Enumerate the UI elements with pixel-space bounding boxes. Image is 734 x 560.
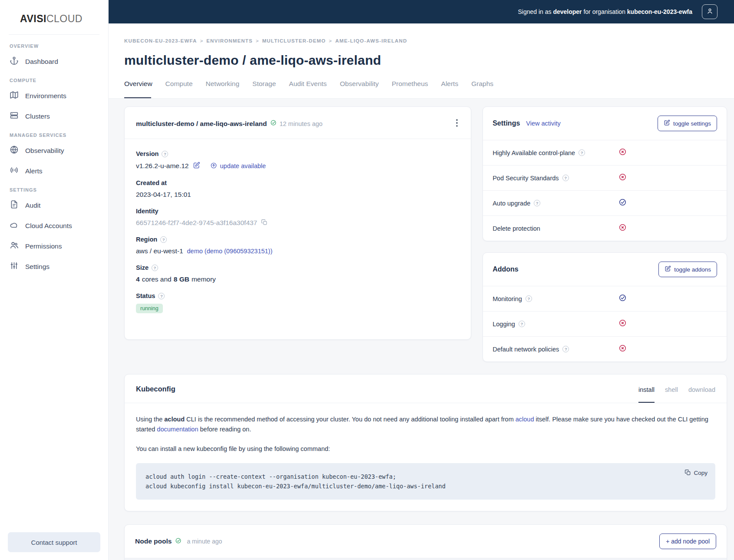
size-memory-value: 8 GB — [174, 275, 189, 283]
toggle-settings-button[interactable]: toggle settings — [658, 116, 717, 131]
size-field: Size ? 4 cores and 8 GB memory — [136, 264, 460, 283]
help-icon[interactable]: ? — [158, 293, 165, 299]
update-available-link[interactable]: update available — [210, 162, 266, 170]
tab-alerts[interactable]: Alerts — [441, 80, 459, 98]
sidebar-item-label: Settings — [25, 263, 50, 271]
addon-label: Monitoring — [493, 295, 522, 302]
copy-identity-button[interactable] — [261, 219, 268, 227]
help-icon[interactable]: ? — [526, 295, 532, 302]
kubeconfig-tab-download[interactable]: download — [688, 386, 715, 403]
documentation-link[interactable]: documentation — [157, 426, 198, 433]
help-icon[interactable]: ? — [534, 200, 540, 206]
region-field: Region ? aws / eu-west-1 demo (demo (096… — [136, 236, 460, 255]
version-label: Version — [136, 150, 159, 157]
sidebar-item-alerts[interactable]: Alerts — [0, 161, 108, 181]
server-stack-icon — [10, 111, 19, 122]
breadcrumb-environment[interactable]: MULTICLUSTER-DEMO — [262, 38, 326, 43]
copy-command-button[interactable]: Copy — [684, 469, 708, 477]
tab-observability[interactable]: Observability — [340, 80, 379, 98]
copy-icon — [261, 219, 268, 227]
settings-card-title: Settings — [493, 119, 520, 127]
breadcrumb-environments[interactable]: ENVIRONMENTS — [206, 38, 252, 43]
tab-graphs[interactable]: Graphs — [471, 80, 493, 98]
tab-audit-events[interactable]: Audit Events — [289, 80, 327, 98]
help-icon[interactable]: ? — [152, 265, 158, 271]
breadcrumb-separator: > — [256, 38, 259, 43]
breadcrumb: KUBECON-EU-2023-EWFA>ENVIRONMENTS>MULTIC… — [124, 38, 725, 43]
page-tabs: Overview Compute Networking Storage Audi… — [124, 80, 725, 98]
setting-label: Pod Security Standards — [493, 175, 559, 182]
sliders-icon — [10, 261, 19, 272]
sidebar-item-label: Environments — [25, 92, 66, 100]
signed-in-middle: for organisation — [583, 8, 625, 15]
kubeconfig-intro-paragraph: Using the acloud CLI is the recommended … — [136, 414, 715, 434]
card-menu-button[interactable] — [453, 117, 461, 130]
content-scroll-area[interactable]: multicluster-demo / ame-liqo-aws-ireland… — [109, 99, 734, 560]
breadcrumb-cluster[interactable]: AME-LIQO-AWS-IRELAND — [335, 38, 407, 43]
tab-overview[interactable]: Overview — [124, 80, 152, 98]
addon-label: Logging — [493, 321, 515, 328]
kubeconfig-tab-shell[interactable]: shell — [665, 386, 678, 403]
size-mid-text: cores and — [142, 275, 172, 283]
disabled-x-icon — [618, 319, 717, 329]
sidebar-section-overview: Overview — [0, 37, 108, 51]
sidebar-item-environments[interactable]: Environments — [0, 86, 108, 106]
help-icon[interactable]: ? — [562, 346, 569, 352]
breadcrumb-org[interactable]: KUBECON-EU-2023-EWFA — [124, 38, 197, 43]
brand-logo-bold: AVISI — [20, 13, 46, 24]
sidebar-item-observability[interactable]: Observability — [0, 140, 108, 161]
setting-row-delete-protection: Delete protection — [483, 216, 727, 241]
edit-icon — [665, 265, 671, 273]
region-value: aws / eu-west-1 — [136, 247, 183, 255]
add-node-pool-button[interactable]: + add node pool — [659, 533, 716, 549]
tab-storage[interactable]: Storage — [252, 80, 276, 98]
sidebar-item-settings[interactable]: Settings — [0, 256, 108, 277]
tab-compute[interactable]: Compute — [165, 80, 193, 98]
settings-card: Settings View activity toggle settings H… — [483, 106, 727, 241]
users-icon — [10, 241, 19, 252]
signed-in-prefix: Signed in as — [518, 8, 551, 15]
kubeconfig-tab-install[interactable]: install — [638, 386, 655, 403]
edit-version-button[interactable] — [193, 162, 200, 170]
code-line: acloud kubeconfig install kubecon-eu-202… — [145, 481, 706, 491]
sidebar-item-label: Dashboard — [25, 58, 58, 66]
cloud-account-link[interactable]: demo (demo (096059323151)) — [187, 248, 273, 255]
text-segment: CLI is the recommended method of accessi… — [185, 416, 516, 423]
sidebar-item-clusters[interactable]: Clusters — [0, 106, 108, 126]
toggle-addons-button[interactable]: toggle addons — [658, 262, 717, 277]
sidebar-item-audit[interactable]: Audit — [0, 195, 108, 215]
version-value: v1.26.2-u-ame.12 — [136, 162, 189, 170]
help-icon[interactable]: ? — [579, 149, 585, 156]
view-activity-link[interactable]: View activity — [526, 120, 561, 127]
acloud-link[interactable]: acloud — [516, 416, 534, 423]
sidebar-item-label: Alerts — [25, 167, 43, 175]
status-badge: running — [136, 304, 163, 313]
user-icon — [706, 7, 714, 16]
main-area: Signed in as developer for organisation … — [109, 0, 734, 560]
edit-icon — [193, 162, 200, 170]
text-segment: Using the — [136, 416, 164, 423]
enabled-check-icon — [618, 294, 717, 304]
sidebar-item-label: Clusters — [25, 113, 50, 120]
brand-logo-light: CLOUD — [46, 13, 83, 24]
contact-support-button[interactable]: Contact support — [8, 532, 100, 552]
size-suffix-text: memory — [192, 275, 216, 283]
last-updated-text: 12 minutes ago — [279, 120, 322, 127]
cluster-card-title: multicluster-demo / ame-liqo-aws-ireland — [136, 120, 267, 128]
setting-row-auto-upgrade: Auto upgrade? — [483, 191, 727, 216]
help-icon[interactable]: ? — [162, 151, 168, 157]
anchor-icon — [10, 56, 19, 67]
help-icon[interactable]: ? — [562, 175, 569, 181]
cluster-overview-card: multicluster-demo / ame-liqo-aws-ireland… — [124, 106, 471, 340]
help-icon[interactable]: ? — [519, 321, 525, 327]
kubeconfig-command-paragraph: You can install a new kubeconfig file by… — [136, 444, 715, 454]
tab-networking[interactable]: Networking — [206, 80, 240, 98]
sidebar-item-permissions[interactable]: Permissions — [0, 236, 108, 256]
help-icon[interactable]: ? — [160, 236, 167, 243]
user-menu-button[interactable] — [702, 4, 717, 19]
sidebar-item-cloud-accounts[interactable]: Cloud Accounts — [0, 215, 108, 236]
code-line: acloud auth login --create-context --org… — [145, 472, 706, 481]
tab-prometheus[interactable]: Prometheus — [392, 80, 428, 98]
globe-icon — [10, 145, 19, 156]
sidebar-item-dashboard[interactable]: Dashboard — [0, 51, 108, 72]
